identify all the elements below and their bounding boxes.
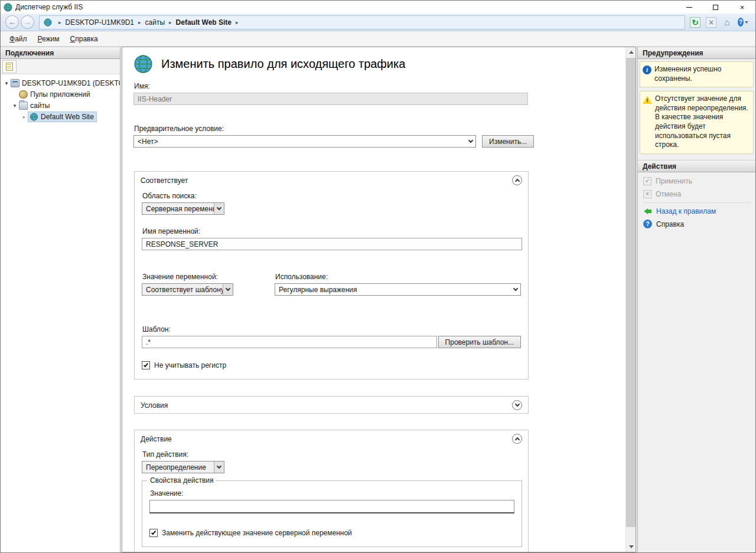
scroll-down-icon[interactable] (626, 542, 636, 552)
name-label: Имя: (134, 82, 625, 90)
precondition-select[interactable]: <Нет> (133, 135, 476, 148)
scroll-up-icon[interactable] (626, 47, 636, 57)
tree-expander-icon[interactable]: ▾ (11, 103, 18, 109)
help-circle-icon: ? (643, 220, 652, 228)
variable-name-label: Имя переменной: (142, 227, 521, 235)
help-icon: ? (738, 18, 744, 27)
tree-item-sites[interactable]: ▾ сайты (1, 100, 120, 111)
breadcrumb-item-server[interactable]: DESKTOP-U1MK9D1 (66, 18, 134, 27)
connections-toolbar-button[interactable] (2, 60, 17, 73)
connections-tree: ▾ DESKTOP-U1MK9D1 (DESKTOI Пулы приложен… (1, 74, 120, 552)
chevron-up-icon[interactable] (512, 434, 522, 444)
back-icon[interactable]: ← (5, 15, 19, 29)
warning-alert: ! Отсутствует значение для действия пере… (640, 91, 754, 154)
app-pools-icon (19, 90, 28, 99)
menu-file[interactable]: Файл (4, 33, 32, 45)
connections-panel: Подключения ▾ DESKTOP-U1MK9D1 (DESKTOI П… (1, 47, 120, 552)
match-section: Соответствует Область поиска: Серверная … (134, 171, 529, 379)
tree-item-app-pools[interactable]: Пулы приложений (1, 89, 120, 100)
menu-view[interactable]: Режим (32, 33, 65, 45)
action-type-label: Тип действия: (142, 450, 521, 459)
variable-name-input[interactable] (142, 238, 522, 250)
action-properties-title: Свойства действия (147, 476, 216, 485)
breadcrumb-separator-icon: ▸ (232, 19, 243, 25)
usage-value: Регулярные выражения (279, 286, 510, 294)
replace-value-label: Заменить действующее значение серверной … (162, 529, 352, 537)
connections-header: Подключения (1, 47, 120, 59)
sites-folder-icon (19, 102, 28, 110)
edit-outbound-rule-page: Изменить правило для исходящего трафика … (122, 47, 625, 552)
breadcrumb-item-default-web-site[interactable]: Default Web Site (176, 18, 232, 27)
minimize-icon[interactable] (676, 1, 702, 14)
tree-expander-icon[interactable]: ▾ (3, 80, 10, 86)
scope-select[interactable]: Серверная переменн (142, 202, 224, 215)
page-globe-icon (133, 54, 153, 74)
apply-icon: ✓ (643, 177, 651, 185)
breadcrumb-separator-icon: ▸ (134, 19, 145, 25)
replace-value-checkbox[interactable] (149, 529, 158, 537)
alerts-actions-panel: Предупреждения i Изменения успешно сохра… (637, 47, 755, 552)
menu-help[interactable]: Справка (65, 33, 103, 45)
chevron-down-icon (510, 284, 520, 295)
page-title: Изменить правило для исходящего трафика (161, 57, 405, 71)
vertical-scrollbar[interactable] (625, 47, 636, 552)
scrollbar-thumb[interactable] (626, 58, 636, 527)
scope-value: Серверная переменн (146, 205, 214, 213)
variable-value-label: Значение переменной: (142, 273, 275, 281)
conditions-section-header[interactable]: Условия (135, 397, 528, 413)
close-icon[interactable]: × (729, 1, 755, 14)
tree-item-default-web-site[interactable]: ▸ Default Web Site (1, 111, 120, 122)
pattern-label: Шаблон: (142, 325, 521, 333)
edit-precondition-button[interactable]: Изменить... (482, 135, 534, 148)
breadcrumb-separator-icon: ▸ (165, 19, 176, 25)
help-menu-icon[interactable]: ? (738, 17, 748, 28)
apply-button[interactable]: ✓ Применить (638, 175, 755, 188)
action-value-label: Значение: (150, 489, 514, 498)
back-to-rules-link[interactable]: Назад к правилам (638, 205, 755, 218)
breadcrumb-separator-icon: ▸ (54, 19, 66, 25)
home-icon[interactable]: ⌂ (722, 17, 732, 28)
variable-value-select[interactable]: Соответствует шаблону (142, 283, 233, 296)
conditions-section: Условия (134, 396, 529, 414)
tree-item-label: сайты (30, 102, 50, 110)
usage-select[interactable]: Регулярные выражения (275, 283, 521, 296)
tree-expander-icon[interactable]: ▸ (21, 114, 28, 120)
actions-header: Действия (638, 160, 755, 172)
stop-icon[interactable]: × (706, 17, 716, 28)
chevron-up-icon[interactable] (512, 175, 522, 185)
cancel-button[interactable]: × Отмена (638, 188, 755, 201)
alerts-header: Предупреждения (638, 47, 755, 59)
action-properties-group: Свойства действия Значение: Заменить дей… (142, 480, 522, 547)
refresh-icon[interactable]: ↻ (690, 17, 700, 28)
chevron-down-icon (223, 284, 233, 295)
action-section: Действие Тип действия: Переопределение С… (134, 430, 529, 552)
action-type-select[interactable]: Переопределение (142, 461, 224, 473)
action-section-header[interactable]: Действие (135, 430, 528, 447)
chevron-down-icon (465, 136, 475, 147)
breadcrumb[interactable]: ▸ DESKTOP-U1MK9D1 ▸ сайты ▸ Default Web … (39, 15, 685, 30)
window-title: Диспетчер служб IIS (15, 3, 83, 11)
warning-alert-text: Отсутствует значение для действия переоп… (655, 94, 750, 150)
ignore-case-label: Не учитывать регистр (154, 361, 226, 369)
match-section-header[interactable]: Соответствует (135, 172, 528, 188)
scope-label: Область поиска: (142, 192, 521, 200)
precondition-value: <Нет> (138, 138, 465, 146)
help-link[interactable]: ? Справка (638, 218, 755, 231)
tree-item-label: DESKTOP-U1MK9D1 (DESKTOI (22, 79, 120, 87)
test-pattern-button[interactable]: Проверить шаблон... (438, 336, 521, 348)
pattern-input[interactable] (142, 336, 437, 348)
forward-icon[interactable]: → (21, 15, 34, 29)
chevron-down-icon (214, 203, 224, 214)
name-input[interactable] (133, 93, 528, 105)
breadcrumb-item-sites[interactable]: сайты (145, 18, 165, 27)
tree-item-server[interactable]: ▾ DESKTOP-U1MK9D1 (DESKTOI (1, 77, 120, 89)
app-globe-icon (4, 3, 12, 12)
info-alert-text: Изменения успешно сохранены. (654, 65, 750, 83)
action-value-input[interactable] (149, 500, 514, 513)
ignore-case-checkbox[interactable] (142, 361, 150, 369)
chevron-down-icon[interactable] (512, 400, 522, 410)
menu-bar: Файл Режим Справка (1, 31, 755, 47)
chevron-down-icon (745, 21, 748, 24)
maximize-icon[interactable] (702, 1, 729, 14)
selected-tree-item[interactable]: Default Web Site (28, 112, 97, 122)
